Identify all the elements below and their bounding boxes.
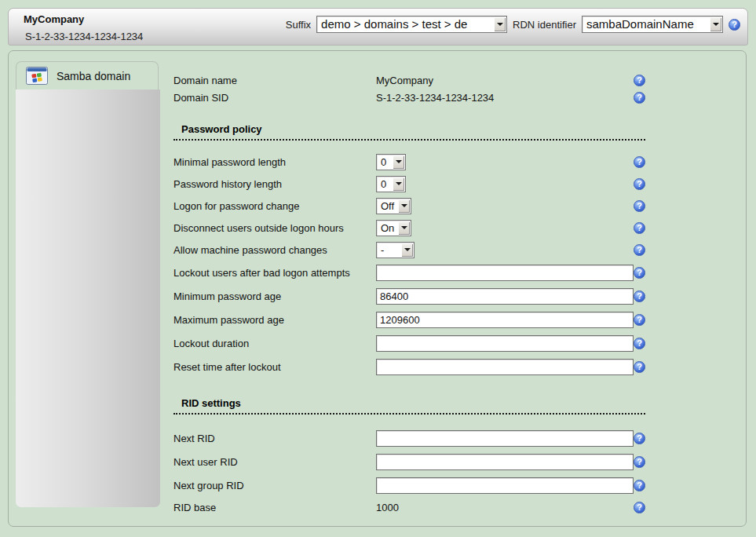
help-icon[interactable]: ? (634, 433, 645, 444)
field-row: Next user RID ? (173, 454, 645, 470)
logon-for-password-change-select[interactable]: Off (376, 198, 411, 214)
field-row: RID base 1000 ? (173, 499, 645, 515)
field-row: Minimum password age ? (173, 288, 645, 305)
help-icon[interactable]: ? (634, 75, 645, 86)
field-label: Allow machine password changes (173, 244, 376, 256)
sidebar (16, 90, 160, 507)
field-row: Allow machine password changes - ? (173, 242, 645, 258)
header-controls: Suffix demo > domains > test > de RDN id… (286, 16, 740, 33)
select-value: Off (377, 199, 397, 214)
lockout-attempts-input[interactable] (376, 265, 634, 281)
field-label: Maximum password age (173, 314, 376, 326)
help-icon[interactable]: ? (634, 178, 645, 190)
info-row: Domain name MyCompany ? (173, 71, 645, 89)
field-row: Next group RID ? (173, 477, 645, 494)
help-icon[interactable]: ? (634, 200, 645, 212)
min-password-age-input[interactable] (376, 288, 634, 305)
field-row: Minimal password length 0 ? (173, 154, 645, 170)
field-label: Minimum password age (173, 290, 376, 302)
help-icon[interactable]: ? (634, 480, 645, 491)
info-row: Domain SID S-1-2-33-1234-1234-1234 ? (173, 89, 645, 106)
next-group-rid-input[interactable] (376, 477, 634, 494)
minimal-password-length-select[interactable]: 0 (376, 154, 406, 170)
field-label: Next RID (173, 433, 376, 444)
page-title: MyCompany (24, 13, 84, 25)
chevron-down-icon[interactable] (494, 17, 506, 31)
chevron-down-icon[interactable] (393, 155, 404, 169)
field-row: Lockout users after bad logon attempts ? (173, 265, 645, 281)
field-row: Password history length 0 ? (173, 176, 645, 192)
page: MyCompany S-1-2-33-1234-1234-1234 Suffix… (0, 0, 756, 537)
field-label: Logon for password change (173, 200, 376, 212)
field-label: Minimal password length (173, 156, 376, 168)
reset-time-input[interactable] (376, 359, 634, 375)
domain-name-value: MyCompany (376, 75, 433, 86)
rdn-identifier-label: RDN identifier (513, 19, 576, 31)
help-icon[interactable]: ? (634, 314, 645, 326)
field-label: Password history length (173, 178, 376, 190)
rid-base-value: 1000 (376, 502, 399, 513)
disconnect-users-select[interactable]: On (376, 220, 411, 236)
tab-label: Samba domain (57, 70, 130, 82)
chevron-down-icon[interactable] (398, 199, 410, 213)
domain-sid-value: S-1-2-33-1234-1234-1234 (376, 92, 494, 104)
chevron-down-icon[interactable] (398, 221, 410, 235)
help-icon[interactable]: ? (634, 502, 645, 513)
lockout-duration-input[interactable] (376, 335, 634, 352)
field-row: Next RID ? (173, 430, 645, 447)
help-icon[interactable]: ? (634, 456, 645, 468)
help-icon[interactable]: ? (634, 290, 645, 302)
field-label: Next group RID (173, 480, 376, 491)
rdn-identifier-select[interactable]: sambaDomainName (582, 16, 723, 33)
tab-samba-domain[interactable]: Samba domain (16, 61, 159, 90)
field-row: Logon for password change Off ? (173, 198, 645, 214)
help-icon[interactable]: ? (634, 244, 645, 256)
settings-form: Domain name MyCompany ? Domain SID S-1-2… (173, 71, 645, 515)
help-icon[interactable]: ? (634, 222, 645, 234)
help-icon[interactable]: ? (729, 19, 740, 31)
chevron-down-icon[interactable] (401, 243, 413, 257)
select-value: 0 (377, 177, 392, 192)
select-value: - (377, 243, 400, 258)
max-password-age-input[interactable] (376, 312, 634, 328)
field-row: Disconnect users outside logon hours On … (173, 220, 645, 236)
next-user-rid-input[interactable] (376, 454, 634, 470)
suffix-label: Suffix (286, 19, 311, 31)
field-label: Next user RID (173, 456, 376, 468)
title-bar: MyCompany S-1-2-33-1234-1234-1234 Suffix… (8, 8, 748, 46)
field-label: Reset time after lockout (173, 361, 376, 373)
field-label: RID base (173, 502, 376, 513)
help-icon[interactable]: ? (634, 267, 645, 279)
help-icon[interactable]: ? (634, 92, 645, 104)
help-icon[interactable]: ? (634, 361, 645, 373)
section-title: Password policy (181, 123, 262, 135)
section-header-password-policy: Password policy (173, 122, 645, 141)
field-row: Reset time after lockout ? (173, 359, 645, 375)
password-history-length-select[interactable]: 0 (376, 176, 406, 192)
help-icon[interactable]: ? (634, 338, 645, 349)
field-row: Lockout duration ? (173, 335, 645, 352)
machine-password-changes-select[interactable]: - (376, 242, 415, 258)
section-header-rid-settings: RID settings (173, 396, 645, 415)
chevron-down-icon[interactable] (393, 177, 404, 191)
main-panel: Samba domain Domain name MyCompany ? Dom… (8, 50, 747, 527)
field-row: Maximum password age ? (173, 312, 645, 328)
next-rid-input[interactable] (376, 430, 634, 447)
domain-sid-subtitle: S-1-2-33-1234-1234-1234 (25, 31, 143, 42)
select-value: 0 (377, 155, 392, 170)
windows-logo-icon (26, 67, 48, 85)
field-label: Disconnect users outside logon hours (173, 222, 376, 234)
suffix-select-value: demo > domains > test > de (317, 16, 493, 32)
field-label: Domain name (173, 75, 376, 86)
field-label: Lockout users after bad logon attempts (173, 267, 376, 279)
rdn-select-value: sambaDomainName (583, 16, 709, 32)
section-title: RID settings (181, 397, 241, 409)
select-value: On (377, 221, 397, 236)
suffix-select[interactable]: demo > domains > test > de (316, 16, 507, 33)
field-label: Domain SID (173, 92, 376, 104)
help-icon[interactable]: ? (634, 156, 645, 168)
chevron-down-icon[interactable] (710, 17, 721, 31)
field-label: Lockout duration (173, 338, 376, 349)
